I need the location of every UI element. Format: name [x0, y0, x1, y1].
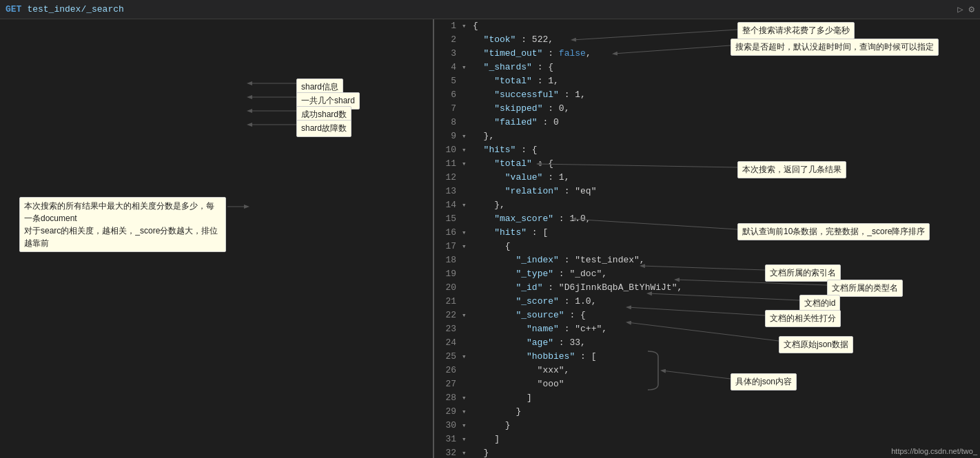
main-content: shard信息 一共几个shard 成功shard数 shard故障数 本次搜索…: [0, 19, 980, 458]
fold-icon[interactable]: ▾: [462, 446, 471, 458]
line-number: 23: [434, 322, 462, 336]
line-number: 12: [434, 171, 462, 185]
fold-icon[interactable]: ▾: [462, 350, 471, 364]
code-line: 30▾ }: [434, 419, 980, 433]
line-number: 17: [434, 240, 462, 253]
line-content: "hits" : {: [471, 143, 980, 157]
line-content: "_shards" : {: [471, 61, 980, 74]
line-number: 26: [434, 364, 462, 377]
fold-icon[interactable]: ▾: [462, 391, 471, 405]
code-line: 6 "successful" : 1,: [434, 88, 980, 102]
fold-icon[interactable]: ▾: [462, 309, 471, 322]
line-content: "_id" : "D6jInnkBqbA_BtYhWiJt",: [471, 281, 980, 295]
code-line: 31▾ ]: [434, 433, 980, 446]
fold-icon[interactable]: ▾: [462, 143, 471, 157]
left-panel: shard信息 一共几个shard 成功shard数 shard故障数 本次搜索…: [0, 19, 434, 458]
annotation-default-10: 默认查询前10条数据，完整数据，_score降序排序: [737, 223, 930, 240]
code-line: 17▾ {: [434, 240, 980, 253]
line-content: ]: [471, 433, 980, 446]
code-line: 10▾ "hits" : {: [434, 143, 980, 157]
code-line: 1▾{: [434, 19, 980, 33]
line-number: 1: [434, 19, 462, 33]
fold-icon[interactable]: ▾: [462, 226, 471, 240]
code-line: 4▾ "_shards" : {: [434, 61, 980, 74]
fold-icon[interactable]: ▾: [462, 19, 471, 33]
line-number: 32: [434, 446, 462, 458]
line-number: 24: [434, 336, 462, 350]
toolbar-icons: ▷ ⚙: [957, 3, 974, 15]
line-number: 6: [434, 88, 462, 102]
annotation-score-val: 文档的相关性打分: [765, 310, 841, 327]
line-number: 22: [434, 309, 462, 322]
line-content: },: [471, 129, 980, 143]
line-number: 13: [434, 185, 462, 198]
fold-icon[interactable]: ▾: [462, 129, 471, 143]
line-number: 29: [434, 405, 462, 419]
code-line: 24 "age" : 33,: [434, 336, 980, 350]
line-number: 9: [434, 129, 462, 143]
fold-icon[interactable]: ▾: [462, 157, 471, 171]
line-number: 20: [434, 281, 462, 295]
code-line: 11▾ "total" : {: [434, 157, 980, 171]
annotation-took: 整个搜索请求花费了多少毫秒: [737, 22, 855, 39]
annotation-hits-total: 本次搜索，返回了几条结果: [737, 161, 846, 178]
annotation-source: 文档原始json数据: [779, 336, 853, 353]
line-number: 31: [434, 433, 462, 446]
code-line: 27 "ooo": [434, 377, 980, 391]
code-line: 29▾ }: [434, 405, 980, 419]
line-number: 7: [434, 102, 462, 116]
code-line: 26 "xxx",: [434, 364, 980, 377]
watermark: https://blog.csdn.net/two_: [891, 447, 977, 455]
line-number: 8: [434, 116, 462, 129]
line-content: "hobbies" : [: [471, 350, 980, 364]
code-line: 14▾ },: [434, 198, 980, 212]
line-content: "failed" : 0: [471, 116, 980, 129]
code-line: 5 "total" : 1,: [434, 74, 980, 88]
api-path: test_index/_search: [27, 4, 123, 14]
line-number: 21: [434, 295, 462, 309]
run-icon[interactable]: ▷: [957, 3, 963, 15]
config-icon[interactable]: ⚙: [969, 3, 974, 15]
fold-icon[interactable]: ▾: [462, 405, 471, 419]
right-panel[interactable]: 1▾{2 "took" : 522,3 "timed_out" : false,…: [434, 19, 980, 458]
line-content: "value" : 1,: [471, 171, 980, 185]
fold-icon[interactable]: ▾: [462, 419, 471, 433]
fold-icon[interactable]: ▾: [462, 433, 471, 446]
line-content: "successful" : 1,: [471, 88, 980, 102]
top-bar: GET test_index/_search ▷ ⚙: [0, 0, 980, 19]
fold-icon[interactable]: ▾: [462, 198, 471, 212]
line-number: 5: [434, 74, 462, 88]
code-line: 19 "_type" : "_doc",: [434, 267, 980, 281]
code-line: 18 "_index" : "test_index",: [434, 253, 980, 267]
line-content: "skipped" : 0,: [471, 102, 980, 116]
line-content: "ooo": [471, 377, 980, 391]
annotation-max-score: 本次搜索的所有结果中最大的相关度分数是多少，每一条document 对于sear…: [19, 197, 226, 252]
line-number: 14: [434, 198, 462, 212]
line-number: 30: [434, 419, 462, 433]
line-number: 4: [434, 61, 462, 74]
code-line: 28▾ ]: [434, 391, 980, 405]
line-content: "xxx",: [471, 364, 980, 377]
annotation-failed-shards: shard故障数: [296, 120, 351, 137]
line-content: "_source" : {: [471, 309, 980, 322]
code-line: 8 "failed" : 0: [434, 116, 980, 129]
line-content: },: [471, 198, 980, 212]
editor-container: GET test_index/_search ▷ ⚙ shard信息 一共几个s…: [0, 0, 980, 458]
line-number: 10: [434, 143, 462, 157]
line-content: "name" : "c++",: [471, 322, 980, 336]
line-number: 11: [434, 157, 462, 171]
line-number: 25: [434, 350, 462, 364]
line-number: 3: [434, 47, 462, 61]
fold-icon[interactable]: ▾: [462, 61, 471, 74]
line-content: "_type" : "_doc",: [471, 267, 980, 281]
annotation-timed-out: 搜索是否超时，默认没超时时间，查询的时候可以指定: [731, 39, 939, 56]
line-number: 16: [434, 226, 462, 240]
fold-icon[interactable]: ▾: [462, 240, 471, 253]
http-method: GET: [6, 4, 21, 14]
line-content: "total" : {: [471, 157, 980, 171]
line-content: "_index" : "test_index",: [471, 253, 980, 267]
code-line: 13 "relation" : "eq": [434, 185, 980, 198]
line-number: 18: [434, 253, 462, 267]
code-line: 25▾ "hobbies" : [: [434, 350, 980, 364]
line-number: 27: [434, 377, 462, 391]
